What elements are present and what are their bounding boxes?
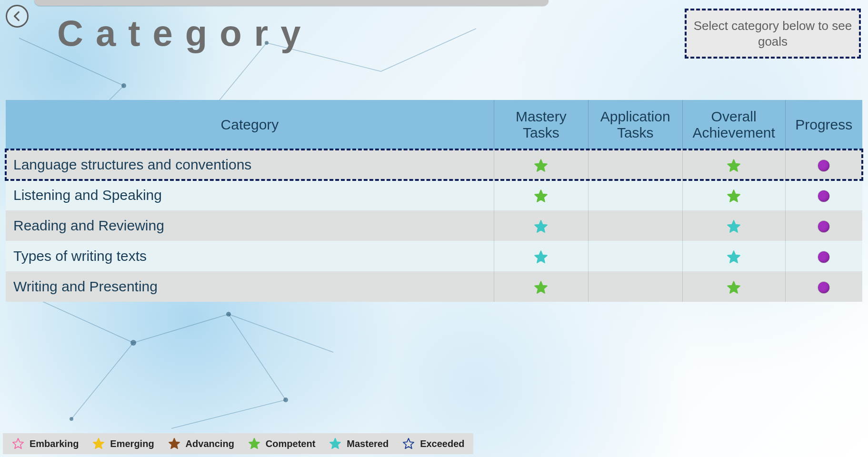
legend-bar: Embarking Emerging Advancing Competent M… [3, 433, 473, 454]
star-icon [726, 219, 741, 234]
back-button[interactable] [6, 5, 29, 28]
category-table-container: Category Mastery Tasks Application Tasks… [6, 100, 862, 302]
progress-dot-icon [818, 160, 829, 171]
legend-label: Exceeded [420, 438, 464, 449]
star-icon [329, 437, 342, 450]
mastery-cell [494, 210, 588, 241]
progress-cell[interactable] [785, 271, 862, 302]
category-table: Category Mastery Tasks Application Tasks… [6, 100, 862, 302]
category-name-cell: Reading and Reviewing [6, 210, 494, 241]
star-icon [533, 280, 549, 295]
application-cell [588, 149, 682, 180]
application-cell [588, 271, 682, 302]
legend-item-advancing: Advancing [168, 437, 234, 450]
table-row[interactable]: Listening and Speaking [6, 180, 862, 210]
legend-label: Embarking [30, 438, 79, 449]
col-header-category: Category [6, 100, 494, 149]
star-icon [92, 437, 105, 450]
application-cell [588, 241, 682, 271]
table-row[interactable]: Language structures and conventions [6, 149, 862, 180]
progress-dot-icon [818, 190, 829, 202]
table-header-row: Category Mastery Tasks Application Tasks… [6, 100, 862, 149]
mastery-cell [494, 271, 588, 302]
star-icon [726, 158, 741, 173]
application-cell [588, 210, 682, 241]
select-category-hint: Select category below to see goals [685, 9, 861, 59]
table-body: Language structures and conventions List… [6, 149, 862, 302]
star-icon [533, 158, 549, 173]
overall-cell [682, 241, 785, 271]
star-icon [726, 280, 741, 295]
overall-cell [682, 180, 785, 210]
progress-dot-icon [818, 282, 829, 293]
arrow-left-icon [11, 10, 23, 22]
star-icon [726, 249, 741, 265]
star-icon [533, 219, 549, 234]
star-icon [11, 437, 25, 450]
star-icon [402, 437, 415, 450]
legend-item-exceeded: Exceeded [402, 437, 464, 450]
col-header-mastery: Mastery Tasks [494, 100, 588, 149]
category-name-cell: Writing and Presenting [6, 271, 494, 302]
legend-item-competent: Competent [248, 437, 315, 450]
legend-item-emerging: Emerging [92, 437, 154, 450]
table-row[interactable]: Types of writing texts [6, 241, 862, 271]
mastery-cell [494, 180, 588, 210]
page-title: Category [57, 12, 313, 54]
star-icon [726, 189, 741, 204]
progress-cell[interactable] [785, 180, 862, 210]
star-icon [533, 249, 549, 265]
legend-label: Competent [266, 438, 315, 449]
category-name-cell: Language structures and conventions [6, 149, 494, 180]
category-name-cell: Types of writing texts [6, 241, 494, 271]
overall-cell [682, 149, 785, 180]
star-icon [168, 437, 181, 450]
mastery-cell [494, 149, 588, 180]
col-header-application: Application Tasks [588, 100, 682, 149]
table-row[interactable]: Writing and Presenting [6, 271, 862, 302]
col-header-progress: Progress [785, 100, 862, 149]
legend-label: Mastered [347, 438, 389, 449]
legend-label: Emerging [110, 438, 154, 449]
legend-item-embarking: Embarking [11, 437, 79, 450]
mastery-cell [494, 241, 588, 271]
progress-cell[interactable] [785, 149, 862, 180]
progress-dot-icon [818, 221, 829, 232]
table-row[interactable]: Reading and Reviewing [6, 210, 862, 241]
top-tab-decorator [34, 0, 549, 6]
progress-dot-icon [818, 251, 829, 263]
category-name-cell: Listening and Speaking [6, 180, 494, 210]
progress-cell[interactable] [785, 210, 862, 241]
progress-cell[interactable] [785, 241, 862, 271]
overall-cell [682, 210, 785, 241]
application-cell [588, 180, 682, 210]
legend-item-mastered: Mastered [329, 437, 389, 450]
star-icon [248, 437, 261, 450]
star-icon [533, 189, 549, 204]
legend-label: Advancing [186, 438, 234, 449]
overall-cell [682, 271, 785, 302]
col-header-overall: Overall Achievement [682, 100, 785, 149]
